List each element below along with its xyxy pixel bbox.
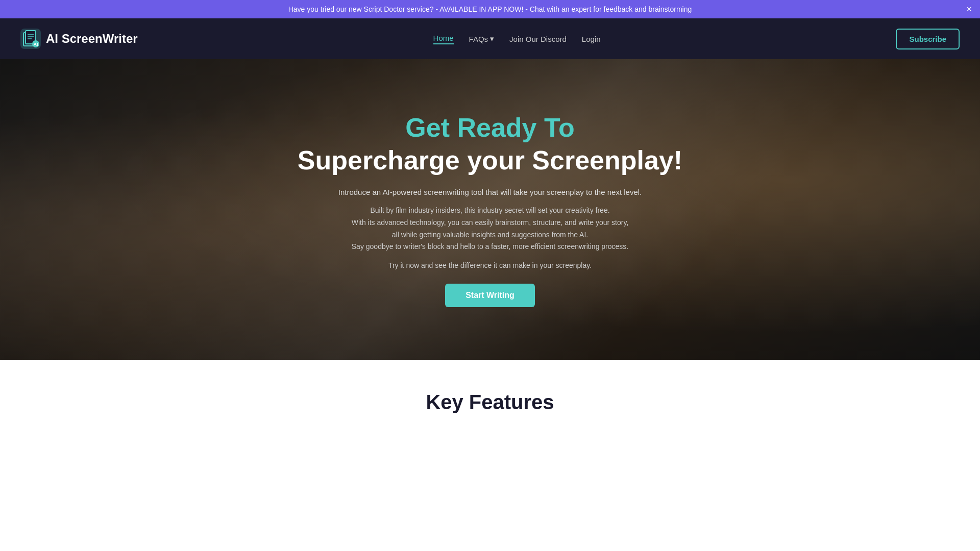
- announcement-text: Have you tried our new Script Doctor ser…: [288, 5, 692, 13]
- nav-discord[interactable]: Join Our Discord: [509, 35, 567, 43]
- hero-body-line3: all while getting valuable insights and …: [298, 229, 682, 241]
- start-writing-button[interactable]: Start Writing: [445, 284, 535, 307]
- navbar: AI AI ScreenWriter Home FAQs ▾ Join Our …: [0, 18, 980, 59]
- logo-text: AI ScreenWriter: [46, 32, 138, 46]
- features-title: Key Features: [20, 391, 960, 414]
- hero-content: Get Ready To Supercharge your Screenplay…: [287, 112, 693, 307]
- hero-cta-text: Try it now and see the difference it can…: [298, 261, 682, 269]
- logo[interactable]: AI AI ScreenWriter: [20, 29, 138, 49]
- hero-body-line2: With its advanced technology, you can ea…: [298, 217, 682, 229]
- hero-body: Built by film industry insiders, this in…: [298, 205, 682, 253]
- logo-icon: AI: [20, 29, 41, 49]
- chevron-down-icon: ▾: [490, 34, 494, 43]
- hero-body-line1: Built by film industry insiders, this in…: [298, 205, 682, 217]
- nav-home[interactable]: Home: [433, 34, 454, 44]
- hero-subtitle: Introduce an AI-powered screenwriting to…: [298, 188, 682, 196]
- svg-text:AI: AI: [34, 42, 38, 47]
- hero-section: Get Ready To Supercharge your Screenplay…: [0, 59, 980, 360]
- announcement-close-button[interactable]: ×: [966, 5, 972, 14]
- nav-login[interactable]: Login: [582, 35, 601, 43]
- subscribe-button[interactable]: Subscribe: [896, 29, 960, 49]
- features-section: Key Features: [0, 360, 980, 444]
- nav-right: Subscribe: [896, 29, 960, 49]
- nav-faqs[interactable]: FAQs ▾: [469, 34, 495, 43]
- announcement-bar: Have you tried our new Script Doctor ser…: [0, 0, 980, 18]
- hero-body-line4: Say goodbye to writer's block and hello …: [298, 241, 682, 253]
- nav-links: Home FAQs ▾ Join Our Discord Login: [433, 34, 601, 44]
- hero-title-line2: Supercharge your Screenplay!: [298, 145, 682, 176]
- hero-title-line1: Get Ready To: [298, 112, 682, 143]
